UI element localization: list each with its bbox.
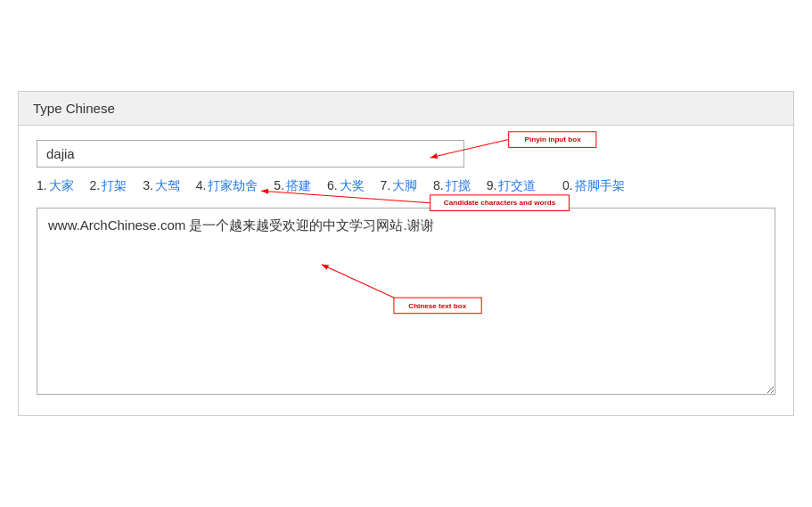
pinyin-input[interactable] xyxy=(37,140,464,168)
candidate-num-7: 7. xyxy=(380,178,390,192)
candidate-1[interactable]: 大家 xyxy=(49,178,74,192)
candidate-num-5: 5. xyxy=(274,178,284,192)
candidates-row: 1.大家 2.打架 3.大驾 4.打家劫舍 5.搭建 6.大奖 7.大脚 8.打… xyxy=(37,175,775,197)
candidate-num-1: 1. xyxy=(37,178,47,192)
candidate-0[interactable]: 搭脚手架 xyxy=(575,178,625,192)
main-content: 1.大家 2.打架 3.大驾 4.打家劫舍 5.搭建 6.大奖 7.大脚 8.打… xyxy=(19,126,793,415)
title-bar: Type Chinese xyxy=(19,92,793,126)
candidate-num-6: 6. xyxy=(327,178,338,192)
candidate-3[interactable]: 大驾 xyxy=(155,178,180,192)
candidate-num-0: 0. xyxy=(562,178,573,192)
svg-text:Candidate characters and words: Candidate characters and words xyxy=(444,199,556,207)
candidate-4[interactable]: 打家劫舍 xyxy=(208,178,258,192)
candidate-6[interactable]: 大奖 xyxy=(340,178,365,192)
page-title: Type Chinese xyxy=(33,101,115,116)
chinese-textarea[interactable]: www.ArchChinese.com 是一个越来越受欢迎的中文学习网站.谢谢 xyxy=(37,208,775,395)
candidate-num-4: 4. xyxy=(196,178,207,192)
main-container: Type Chinese 1.大家 2.打架 3.大驾 4.打家劫舍 5.搭建 … xyxy=(18,91,794,416)
candidate-num-9: 9. xyxy=(487,178,497,192)
candidate-num-2: 2. xyxy=(90,178,101,192)
candidate-num-3: 3. xyxy=(143,178,153,192)
candidate-9[interactable]: 打交道 xyxy=(498,178,536,192)
candidate-5[interactable]: 搭建 xyxy=(286,178,311,192)
candidate-num-8: 8. xyxy=(433,178,444,192)
candidate-2[interactable]: 打架 xyxy=(102,178,127,192)
candidate-8[interactable]: 打搅 xyxy=(446,178,471,192)
candidate-7[interactable]: 大脚 xyxy=(392,178,417,192)
svg-rect-0 xyxy=(509,132,596,148)
svg-text:Pinyin input box: Pinyin input box xyxy=(525,135,582,143)
